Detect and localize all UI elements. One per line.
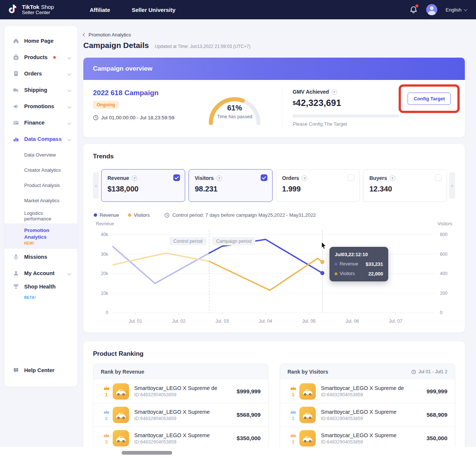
rank-by-revenue-header: Rank by Revenue	[93, 364, 268, 380]
metric-card-buyers[interactable]: Buyers? 12.340	[363, 169, 447, 202]
campaign-name[interactable]: 2022 618 Campaign	[93, 89, 201, 97]
config-target-button[interactable]: Config Target	[408, 93, 451, 105]
question-icon[interactable]: ?	[302, 175, 307, 181]
product-name: Smarttoycar_LEGO X Supreme	[321, 409, 396, 415]
sidebar-item-help-center[interactable]: ? Help Center	[4, 362, 77, 378]
sidebar-item-label: Promotions	[24, 103, 54, 109]
campaign-overview-card: Campaign overview 2022 618 Campaign Ongo…	[83, 58, 465, 137]
sidebar-subitem-creator-analytics[interactable]: Creator Analytics	[4, 162, 77, 178]
metric-value: 1.999	[282, 185, 354, 193]
product-thumbnail	[113, 383, 129, 400]
sidebar-subitem-label: Promotion Analytics	[24, 228, 49, 240]
sidebar-item-label: My Account	[24, 270, 55, 276]
metric-value: 12.340	[369, 185, 441, 193]
rank-visitors-row[interactable]: 3 Smarttoycar_LEGO X Supreme ID:64832904…	[280, 426, 455, 450]
logo-word-tiktok: TikTok	[22, 4, 39, 10]
sidebar-item-shipping[interactable]: Shipping	[4, 82, 77, 98]
sidebar-item-products[interactable]: Products	[4, 49, 77, 65]
rank-by-revenue-table: Rank by Revenue 1 Smarttoycar_LEGO X Sup…	[93, 364, 268, 450]
sidebar-item-finance[interactable]: Finance	[4, 115, 77, 131]
metric-card-revenue[interactable]: Revenue? $138,000	[101, 169, 185, 202]
metric-checkbox-revenue[interactable]	[173, 174, 180, 181]
breadcrumb[interactable]: Promotion Analytics	[83, 32, 465, 38]
metrics-scroll-left-button[interactable]: ‹	[93, 172, 99, 199]
svg-text:?: ?	[15, 368, 17, 371]
horizontal-scrollbar-thumb[interactable]	[122, 451, 172, 455]
sidebar-subitem-market-analytics[interactable]: Market Analytics	[4, 193, 77, 208]
sidebar-subitem-label: Logistics performance	[24, 210, 71, 222]
sidebar-item-missions[interactable]: Missions	[4, 249, 77, 265]
rank-number: 1	[101, 392, 112, 397]
product-ranking-title: Product Ranking	[93, 350, 455, 358]
metric-card-visitors[interactable]: Visitors? 98.231	[189, 169, 273, 202]
product-name: Smarttoycar_LEGO X Supreme	[134, 432, 210, 438]
sidebar-subitem-data-overview[interactable]: Data Overview	[4, 147, 77, 162]
sidebar-item-shop-health[interactable]: Shop Health BETA!	[4, 281, 77, 301]
question-icon[interactable]: ?	[390, 175, 395, 181]
control-period-note: Control period: 7 days before campaign M…	[164, 212, 316, 218]
metric-label: Revenue	[107, 175, 129, 181]
sidebar-subitem-promotion-analytics[interactable]: Promotion Analytics NEW!	[4, 223, 77, 249]
gmv-progress-hint: Please Config The Target	[293, 121, 399, 127]
product-info: Smarttoycar_LEGO X Supreme ID:6483290405…	[321, 409, 396, 421]
time-passed-gauge: 61% Time has passed	[203, 89, 266, 128]
campaign-period-text: Jul 01,00:00:00 - Jul 18,23:59:59	[101, 115, 174, 120]
svg-text:Revneue: Revneue	[96, 221, 114, 226]
sidebar-item-my-account[interactable]: My Account	[4, 265, 77, 281]
sidebar-item-data-compass[interactable]: Data Compass	[4, 131, 77, 147]
rank-revenue-row[interactable]: 2 Smarttoycar_LEGO X Supreme ID:64832904…	[93, 403, 268, 426]
data-compass-icon	[13, 136, 19, 142]
product-ranking-card: Product Ranking Rank by Revenue 1 Smartt…	[83, 341, 465, 454]
svg-text:20k: 20k	[101, 271, 108, 276]
divider	[282, 89, 282, 128]
language-selector[interactable]: English	[446, 7, 466, 13]
svg-text:Jul. 01: Jul. 01	[129, 319, 142, 324]
metric-checkbox-visitors[interactable]	[261, 174, 267, 181]
svg-text:800: 800	[440, 232, 447, 237]
logo-text: TikTok Shop Seller Center	[22, 4, 54, 16]
metrics-scroll-right-button[interactable]: ›	[449, 172, 455, 199]
svg-text:Jul. 02: Jul. 02	[172, 319, 186, 324]
svg-text:Jul. 03: Jul. 03	[216, 319, 229, 324]
sidebar-item-label: Help Center	[24, 367, 54, 373]
gmv-label: GMV Achieved	[293, 89, 329, 95]
avatar[interactable]	[426, 4, 437, 15]
sidebar-item-home-page[interactable]: Home Page	[4, 33, 77, 49]
rank-indicator: 2	[287, 409, 299, 421]
svg-text:600: 600	[440, 251, 447, 257]
toy-car-image	[115, 410, 127, 420]
metric-checkbox-orders[interactable]	[348, 174, 354, 181]
nav-link-seller-university[interactable]: Seller University	[132, 7, 176, 13]
revenue-dot-icon	[335, 263, 337, 265]
notifications-button[interactable]	[409, 5, 418, 14]
beta-badge: BETA!	[24, 296, 36, 300]
question-icon[interactable]: ?	[216, 175, 222, 181]
rank-visitors-row[interactable]: 1 Smarttoycar_LEGO X Supreme de ID:64832…	[280, 380, 455, 403]
tiktok-logo-icon	[8, 4, 19, 16]
metric-label: Orders	[282, 175, 299, 181]
finance-icon	[13, 119, 19, 126]
campaign-overview-header: Campaign overview	[83, 58, 465, 80]
rank-visitors-row[interactable]: 2 Smarttoycar_LEGO X Supreme ID:64832904…	[280, 403, 455, 426]
sidebar-subitem-logistics-performance[interactable]: Logistics performance	[4, 208, 77, 223]
tiktok-shop-logo[interactable]: TikTok Shop Seller Center	[8, 4, 54, 16]
tooltip-row-visitors: Visitors 22,000	[335, 271, 383, 277]
rank-revenue-row[interactable]: 3 Smarttoycar_LEGO X Supreme ID:64832904…	[93, 426, 268, 450]
nav-right: English	[409, 4, 466, 15]
svg-text:Jul. 06: Jul. 06	[345, 319, 359, 324]
tooltip-row-revenue: Revenue $33,231	[335, 261, 383, 267]
table-header-label: Rank by Visitors	[287, 369, 328, 375]
sidebar-item-promotions[interactable]: Promotions	[4, 98, 77, 115]
rank-revenue-row[interactable]: 1 Smarttoycar_LEGO X Supreme de ID:64832…	[93, 380, 268, 403]
nav-link-affiliate[interactable]: Affiliate	[90, 7, 110, 13]
sidebar-item-orders[interactable]: Orders	[4, 65, 77, 82]
question-icon[interactable]: ?	[132, 175, 137, 181]
metric-card-orders[interactable]: Orders? 1.999	[276, 169, 360, 202]
svg-text:0: 0	[440, 310, 443, 315]
metric-label: Visitors	[195, 175, 214, 181]
sidebar-subitem-product-analysis[interactable]: Product Analysis	[4, 178, 77, 193]
trend-chart[interactable]: RevneueVisitors40k80030k60020k40010k2000…	[93, 219, 455, 325]
question-icon[interactable]: ?	[332, 89, 337, 95]
product-value: $999,999	[237, 388, 261, 395]
metric-checkbox-buyers[interactable]	[435, 174, 442, 181]
